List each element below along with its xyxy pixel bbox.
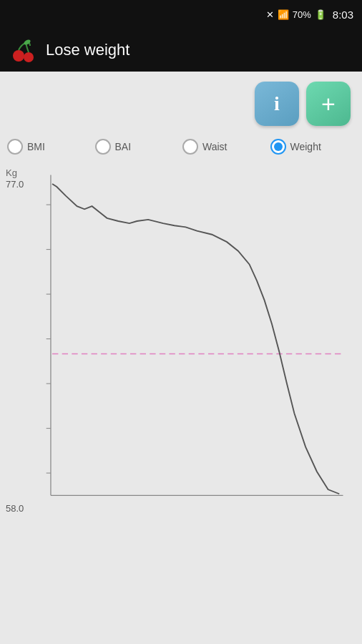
chart-svg [36,167,351,525]
radio-waist[interactable]: Waist [182,139,268,155]
chart-y-max: 77.0 [6,179,24,190]
radio-weight[interactable]: Weight [270,139,356,155]
time-label: 8:03 [333,9,353,21]
radio-circle-weight[interactable] [270,139,286,155]
radio-label-waist: Waist [202,141,227,152]
radio-circle-bmi[interactable] [7,139,23,155]
status-icons: ✕ 📶 70% 🔋 8:03 [266,9,353,21]
radio-circle-waist[interactable] [182,139,198,155]
plus-icon: + [321,92,336,116]
svg-point-0 [13,50,24,62]
chart-y-label: Kg [6,167,17,178]
info-button[interactable]: i [255,82,299,126]
svg-point-1 [24,52,34,62]
signal-icon: 📶 [278,9,289,20]
mute-icon: ✕ [266,9,274,20]
cherry-icon [11,37,37,63]
radio-label-weight: Weight [290,141,321,152]
battery-icon: 🔋 [315,9,326,20]
app-bar: Lose weight [0,29,362,72]
app-title: Lose weight [46,41,129,59]
radio-bmi[interactable]: BMI [7,139,92,155]
chart-container: Kg 77.0 58.0 [0,167,362,540]
add-button[interactable]: + [306,82,351,126]
radio-label-bai: BAI [115,141,132,152]
radio-circle-bai[interactable] [95,139,111,155]
status-bar: ✕ 📶 70% 🔋 8:03 [0,0,362,29]
battery-label: 70% [293,9,311,20]
info-icon: i [274,94,280,114]
radio-label-bmi: BMI [27,141,45,152]
radio-bai[interactable]: BAI [95,139,180,155]
chart-y-min: 58.0 [6,503,24,514]
action-buttons-container: i + [0,72,362,133]
radio-group: BMI BAI Waist Weight [0,133,362,160]
